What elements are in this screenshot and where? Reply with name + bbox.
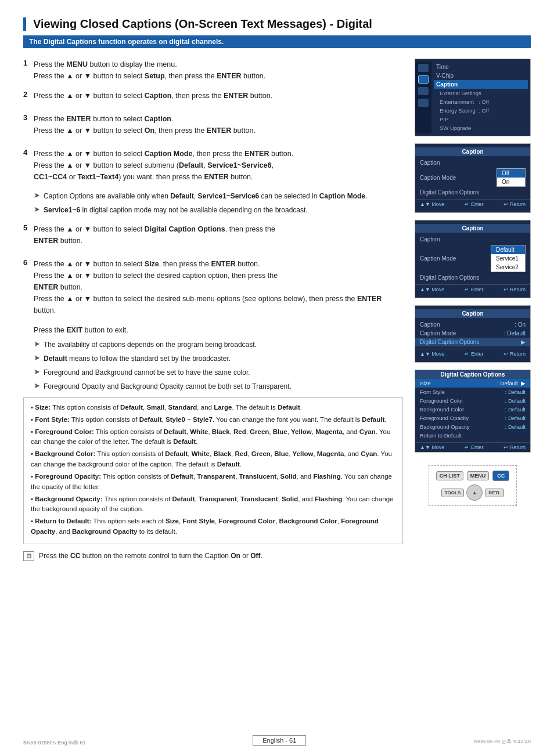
info-bg-opacity: • Background Opacity: This option consis… bbox=[31, 494, 395, 515]
setup-sidebar bbox=[415, 62, 431, 133]
dco-row-return: Return to Default bbox=[415, 431, 530, 440]
caption-row-caption: Caption bbox=[415, 158, 530, 167]
setup-main: Time V-Chip Caption External Settings En… bbox=[431, 62, 530, 133]
nav-move-3: ▲▼ Move bbox=[420, 351, 444, 357]
caption-row-dco-3: Digital Caption Options ▶ bbox=[415, 338, 530, 346]
remote-retl: RETL bbox=[485, 489, 504, 497]
setup-screen: Time V-Chip Caption External Settings En… bbox=[415, 59, 531, 136]
footer-page: English - 61 bbox=[253, 735, 306, 746]
step-1-num: 1 bbox=[23, 59, 34, 67]
step-1-content: Press the MENU button to display the men… bbox=[34, 59, 403, 82]
nav-enter-3: ↵ Enter bbox=[465, 351, 483, 357]
info-bg-color: • Background Color: This option consists… bbox=[31, 449, 395, 470]
caption-drop-off: Off bbox=[497, 169, 525, 178]
cc-note: ⊡ Press the CC button on the remote cont… bbox=[23, 551, 403, 561]
setup-item-time: Time bbox=[434, 63, 528, 71]
arrow-sym-3: ➤ bbox=[34, 339, 40, 350]
caption-title-1: Caption bbox=[415, 147, 530, 156]
caption-screen-3: Caption Caption : On Caption Mode : Defa… bbox=[415, 305, 531, 363]
step-6-content: Press the ▲ or ▼ button to select Size, … bbox=[34, 258, 403, 316]
arrow-sym-5: ➤ bbox=[34, 367, 40, 378]
nav-move-2: ▲▼ Move bbox=[420, 287, 444, 292]
title-section: Viewing Closed Captions (On-Screen Text … bbox=[23, 17, 531, 31]
arrow-sym-4: ➤ bbox=[34, 353, 40, 364]
step-2: 2 Press the ▲ or ▼ button to select Capt… bbox=[23, 90, 403, 102]
nav-move-4: ▲▼ Move bbox=[420, 444, 444, 450]
caption-row-mode-2: Caption Mode Default Service1 Service2 bbox=[415, 244, 530, 273]
step-2-content: Press the ▲ or ▼ button to select Captio… bbox=[34, 90, 403, 102]
remote-cc: CC bbox=[492, 471, 509, 481]
note4-1-text: Caption Options are available only when … bbox=[44, 191, 367, 201]
note6-4: ➤ Foreground Opacity and Background Opac… bbox=[34, 381, 403, 392]
sidebar-icon-active bbox=[418, 75, 429, 84]
subtitle-bar: The Digital Captions function operates o… bbox=[23, 35, 531, 48]
dco-row-fg-opacity: Foreground Opacity : Default bbox=[415, 414, 530, 422]
remote-top-row: CH LIST MENU CC bbox=[436, 471, 510, 481]
info-box: • Size: This option consists of Default,… bbox=[23, 397, 403, 544]
cc-note-text: Press the CC button on the remote contro… bbox=[39, 552, 262, 560]
step-5-num: 5 bbox=[23, 223, 34, 232]
setup-item-sw: SW Upgrade bbox=[434, 124, 528, 132]
tv-nav-2: ▲▼ Move ↵ Enter ↩ Return bbox=[415, 284, 530, 294]
remote-up: ▲ bbox=[466, 484, 483, 501]
note4-2-text: Service1~6 in digital caption mode may n… bbox=[44, 205, 308, 215]
arrow-sym-2: ➤ bbox=[34, 205, 40, 215]
caption-screen-1: Caption Caption Caption Mode Off On Digi… bbox=[415, 143, 531, 213]
nav-enter-4: ↵ Enter bbox=[465, 444, 483, 450]
caption-row-caption-3: Caption : On bbox=[415, 320, 530, 329]
setup-item-ent: Entertainment : Off bbox=[434, 97, 528, 106]
dco-row-bg-color: Background Color : Default bbox=[415, 405, 530, 414]
caption-drop-on: On bbox=[497, 178, 525, 186]
remote-chlist: CH LIST bbox=[436, 471, 463, 480]
remote-tools-row: TOOLS ▲ RETL bbox=[441, 484, 504, 501]
step-3-num: 3 bbox=[23, 113, 34, 122]
caption-title-3: Caption bbox=[415, 309, 530, 318]
step-3-content: Press the ENTER button to select Caption… bbox=[34, 113, 403, 136]
note6-2-text: Default means to follow the standard set… bbox=[44, 353, 231, 364]
note6-4-text: Foreground Opacity and Background Opacit… bbox=[44, 381, 292, 392]
step-4-content: Press the ▲ or ▼ button to select Captio… bbox=[34, 148, 403, 183]
dco-row-font: Font Style : Default bbox=[415, 388, 530, 396]
nav-return-3: ↩ Return bbox=[503, 351, 526, 357]
step-6: 6 Press the ▲ or ▼ button to select Size… bbox=[23, 258, 403, 316]
tv-nav-4: ▲▼ Move ↵ Enter ↩ Return bbox=[415, 442, 530, 452]
caption-title-2: Caption bbox=[415, 224, 530, 233]
note4-2: ➤ Service1~6 in digital caption mode may… bbox=[34, 205, 403, 215]
sidebar-icon-3 bbox=[418, 87, 429, 95]
arrow-sym-6: ➤ bbox=[34, 381, 40, 392]
footer-code: BN68-01580A-Eng.indb 61 bbox=[23, 740, 86, 746]
info-return-default: • Return to Default: This option sets ea… bbox=[31, 516, 395, 537]
dco-title: Digital Caption Options bbox=[415, 370, 530, 379]
note6-3: ➤ Foreground and Background cannot be se… bbox=[34, 367, 403, 378]
page-footer: BN68-01580A-Eng.indb 61 English - 61 200… bbox=[0, 735, 554, 746]
step-4: 4 Press the ▲ or ▼ button to select Capt… bbox=[23, 148, 403, 183]
info-size: • Size: This option consists of Default,… bbox=[31, 403, 395, 413]
caption-drop-svc2: Service2 bbox=[491, 263, 525, 272]
nav-enter-1: ↵ Enter bbox=[465, 201, 483, 207]
note6-1: ➤ The availability of captions depends o… bbox=[34, 339, 403, 350]
nav-return-1: ↩ Return bbox=[503, 201, 526, 207]
page-container: Viewing Closed Captions (On-Screen Text … bbox=[0, 0, 554, 756]
setup-item-vchip: V-Chip bbox=[434, 71, 528, 80]
step-6-num: 6 bbox=[23, 258, 34, 267]
sidebar-icon-1 bbox=[418, 64, 429, 72]
setup-item-energy: Energy Saving : Off bbox=[434, 106, 528, 115]
tv-nav-3: ▲▼ Move ↵ Enter ↩ Return bbox=[415, 349, 530, 359]
setup-item-caption: Caption bbox=[434, 80, 528, 89]
dco-row-size: Size : Default ▶ bbox=[415, 379, 530, 388]
step-3: 3 Press the ENTER button to select Capti… bbox=[23, 113, 403, 136]
step-1: 1 Press the MENU button to display the m… bbox=[23, 59, 403, 82]
dco-arrow: ▶ bbox=[521, 339, 526, 345]
caption-row-caption-2: Caption bbox=[415, 235, 530, 244]
caption-row-dco-2: Digital Caption Options bbox=[415, 273, 530, 282]
setup-item-ext: External Settings bbox=[434, 89, 528, 97]
remote-box: CH LIST MENU CC TOOLS ▲ RETL bbox=[429, 465, 517, 506]
dco-row-bg-opacity: Background Opacity : Default bbox=[415, 422, 530, 431]
exit-note: Press the EXIT button to exit. bbox=[34, 324, 403, 336]
caption-dropdown-2: Default Service1 Service2 bbox=[491, 245, 526, 272]
step-2-num: 2 bbox=[23, 90, 34, 99]
caption-screen-2: Caption Caption Caption Mode Default Ser… bbox=[415, 220, 531, 298]
remote-area: CH LIST MENU CC TOOLS ▲ RETL bbox=[415, 465, 531, 506]
nav-return-4: ↩ Return bbox=[503, 444, 526, 450]
setup-item-pip: PIP bbox=[434, 115, 528, 124]
